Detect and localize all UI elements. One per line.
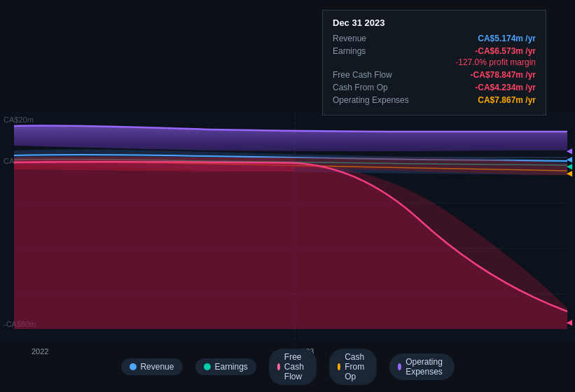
legend-label-fcf: Free Cash Flow (284, 352, 308, 382)
tooltip-row-earnings: Earnings -CA$6.573m /yr (333, 46, 536, 56)
legend-item-cashop: Cash From Op (329, 349, 377, 385)
tooltip-profit-margin: -127.0% profit margin (333, 57, 536, 67)
legend-item-opex: Operating Expenses (389, 354, 455, 380)
legend-label-earnings: Earnings (214, 362, 247, 372)
legend-dot-cashop (338, 363, 340, 370)
right-indicator-pink: ◀ (567, 318, 572, 326)
tooltip-row-opex: Operating Expenses CA$7.867m /yr (333, 95, 536, 105)
legend-label-opex: Operating Expenses (406, 357, 445, 377)
legend-dot-earnings (203, 363, 210, 370)
legend-label-revenue: Revenue (140, 362, 174, 372)
legend-dot-opex (398, 363, 401, 370)
tooltip-panel: Dec 31 2023 Revenue CA$5.174m /yr Earnin… (322, 10, 546, 115)
x-label-2022: 2022 (32, 347, 48, 356)
tooltip-value-fcf: -CA$78.847m /yr (471, 70, 536, 80)
right-indicator-purple: ◀ (567, 147, 572, 155)
tooltip-label-fcf: Free Cash Flow (333, 70, 424, 80)
tooltip-value-revenue: CA$5.174m /yr (478, 34, 536, 43)
tooltip-profit-margin-value: -127.0% profit margin (455, 57, 536, 67)
tooltip-row-revenue: Revenue CA$5.174m /yr (333, 34, 536, 43)
chart-container: Dec 31 2023 Revenue CA$5.174m /yr Earnin… (0, 0, 575, 392)
tooltip-value-opex: CA$7.867m /yr (478, 95, 536, 105)
legend-item-fcf: Free Cash Flow (269, 349, 317, 385)
chart-svg (0, 112, 575, 343)
tooltip-date: Dec 31 2023 (333, 18, 536, 28)
tooltip-row-fcf: Free Cash Flow -CA$78.847m /yr (333, 70, 536, 80)
tooltip-label-opex: Operating Expenses (333, 95, 424, 105)
tooltip-label-revenue: Revenue (333, 34, 424, 43)
legend-label-cashop: Cash From Op (345, 352, 368, 382)
tooltip-value-cashop: -CA$4.234m /yr (475, 83, 536, 92)
legend-item-revenue: Revenue (120, 358, 182, 375)
tooltip-label-cashop: Cash From Op (333, 83, 424, 92)
chart-legend: Revenue Earnings Free Cash Flow Cash Fro… (120, 349, 454, 385)
legend-item-earnings: Earnings (195, 358, 256, 375)
tooltip-value-earnings: -CA$6.573m /yr (475, 46, 536, 56)
right-indicator-orange: ◀ (567, 169, 572, 177)
legend-dot-fcf (277, 363, 280, 370)
tooltip-label-earnings: Earnings (333, 46, 424, 56)
legend-dot-revenue (129, 363, 136, 370)
tooltip-row-cashop: Cash From Op -CA$4.234m /yr (333, 83, 536, 92)
